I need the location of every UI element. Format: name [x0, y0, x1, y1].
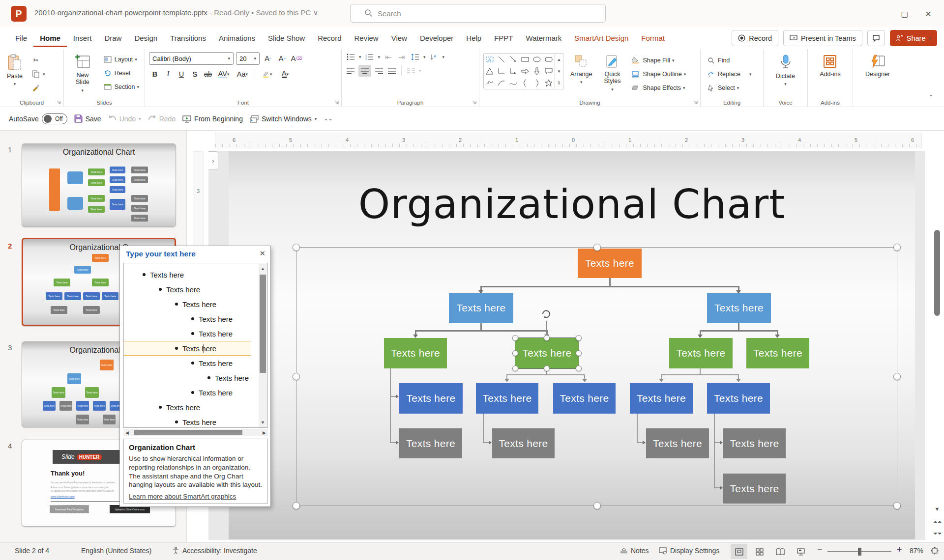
italic-button[interactable]: I	[162, 68, 174, 80]
notes-button[interactable]: Notes	[620, 547, 649, 555]
text-pane-toggle[interactable]: ›	[208, 151, 218, 170]
collapse-ribbon-icon[interactable]: ⌄	[929, 91, 933, 98]
shape-handle-bottom-left[interactable]	[512, 365, 518, 371]
tab-design[interactable]: Design	[128, 29, 164, 47]
from-beginning-button[interactable]: From Beginning	[182, 115, 243, 123]
org-node-l4-4[interactable]: Texts here	[630, 383, 693, 414]
font-color-button[interactable]: A▾	[277, 68, 294, 80]
frame-handle-top-right[interactable]	[893, 244, 901, 251]
save-button[interactable]: Save	[74, 114, 101, 123]
tab-developer[interactable]: Developer	[413, 29, 460, 47]
grow-font-button[interactable]: A^	[262, 53, 274, 65]
scrollbar-thumb[interactable]	[934, 230, 940, 316]
scroll-down-icon[interactable]: ▼	[933, 506, 941, 512]
slide-sorter-view-button[interactable]	[751, 544, 768, 559]
strikethrough-button[interactable]: ab	[202, 68, 214, 80]
shape-handle-top-right[interactable]	[576, 335, 582, 341]
org-node-l5-4[interactable]: Texts here	[723, 428, 786, 458]
designer-button[interactable]: Designer	[862, 52, 893, 80]
next-slide-icon[interactable]: ⏷⏷	[933, 531, 941, 537]
gallery-down-icon[interactable]: ▼	[555, 65, 563, 77]
shape-gallery[interactable]: A	[483, 53, 555, 89]
org-node-l3-3[interactable]: Texts here	[669, 338, 733, 368]
shape-handle-top-center[interactable]	[544, 335, 550, 341]
org-node-l2-left[interactable]: Texts here	[449, 293, 513, 323]
paragraph-dialog-launcher[interactable]: ⇲	[472, 100, 476, 105]
slide-1-thumbnail[interactable]: Organizational Chart Texts here Texts he…	[22, 143, 176, 227]
text-pane-close-icon[interactable]: ✕	[259, 249, 266, 258]
tab-format[interactable]: Format	[635, 29, 671, 47]
bold-button[interactable]: B	[149, 68, 161, 80]
org-node-l6-1[interactable]: Texts here	[723, 474, 786, 504]
cut-button[interactable]: ✂	[30, 54, 47, 66]
format-painter-button[interactable]	[30, 82, 47, 94]
highlight-color-button[interactable]: ▾	[259, 68, 275, 80]
tab-file[interactable]: File	[9, 29, 33, 47]
powerpoint-logo-icon[interactable]: P	[11, 6, 27, 22]
zoom-out-button[interactable]: −	[817, 545, 823, 555]
increase-indent-icon[interactable]: ⇥	[397, 52, 407, 62]
line-spacing-icon[interactable]	[410, 52, 420, 62]
accessibility-status[interactable]: Accessibility: Investigate	[172, 547, 257, 555]
character-spacing-button[interactable]: AV▾	[215, 68, 232, 80]
columns-icon[interactable]	[406, 66, 416, 76]
undo-button[interactable]: Undo▾	[108, 115, 141, 123]
decrease-indent-icon[interactable]: ⇤	[384, 52, 393, 62]
gallery-up-icon[interactable]: ▲	[555, 54, 563, 65]
replace-button[interactable]: bcReplace▾	[705, 68, 753, 80]
tab-review[interactable]: Review	[348, 29, 385, 47]
addins-button[interactable]: Add-ins	[817, 52, 843, 80]
font-dialog-launcher[interactable]: ⇲	[335, 100, 339, 105]
zoom-level[interactable]: 87%	[910, 547, 923, 555]
shape-handle-mid-left[interactable]	[512, 350, 518, 356]
present-in-teams-button[interactable]: Present in Teams	[783, 30, 862, 46]
text-pane-selected-row[interactable]: Texts here	[124, 341, 251, 356]
org-node-l3-2-selected[interactable]: Texts here	[515, 338, 579, 368]
org-node-root[interactable]: Texts here	[578, 249, 642, 278]
change-case-button[interactable]: Aa▾	[234, 68, 251, 80]
align-right-icon[interactable]	[374, 66, 384, 76]
org-node-l2-right[interactable]: Texts here	[707, 293, 771, 323]
text-direction-icon[interactable]: A	[429, 52, 439, 62]
record-button[interactable]: Record	[732, 30, 778, 46]
shape-handle-mid-right[interactable]	[576, 350, 582, 356]
shape-outline-button[interactable]: Shape Outline▾	[629, 68, 687, 80]
drawing-dialog-launcher[interactable]: ⇲	[694, 100, 698, 105]
reset-button[interactable]: Reset	[101, 67, 141, 79]
slide-2-editing-surface[interactable]: Organizational Chart	[229, 151, 915, 539]
section-button[interactable]: Section▾	[101, 81, 141, 93]
clear-formatting-button[interactable]: A⌫	[291, 53, 302, 65]
tab-record[interactable]: Record	[311, 29, 348, 47]
comments-button[interactable]	[867, 30, 885, 46]
shape-fill-button[interactable]: Shape Fill▾	[629, 54, 687, 66]
org-node-l4-5[interactable]: Texts here	[707, 383, 770, 414]
redo-button[interactable]: Redo	[148, 115, 176, 123]
shadow-button[interactable]: S	[189, 68, 201, 80]
previous-slide-icon[interactable]: ⏶⏶	[933, 519, 941, 525]
shape-handle-bottom-right[interactable]	[576, 365, 582, 371]
slideshow-view-button[interactable]	[793, 544, 809, 559]
zoom-slider-thumb[interactable]	[858, 548, 861, 556]
shrink-font-button[interactable]: A˅	[276, 53, 288, 65]
frame-handle-top-center[interactable]	[593, 244, 601, 251]
close-window-icon[interactable]: ✕	[921, 7, 935, 21]
underline-button[interactable]: U	[176, 68, 187, 80]
paste-button[interactable]: Paste▾	[4, 52, 26, 89]
align-left-icon[interactable]	[346, 66, 355, 76]
horizontal-ruler[interactable]: 65 43 21 01 23 45 6	[215, 133, 922, 148]
org-node-l3-1[interactable]: Texts here	[384, 338, 447, 368]
font-name-combo[interactable]: Calibri (Body)▾	[149, 52, 234, 65]
org-node-l3-4[interactable]: Texts here	[746, 338, 809, 368]
quick-styles-button[interactable]: Quick Styles▾	[599, 52, 625, 94]
dictate-button[interactable]: Dictate▾	[773, 52, 798, 89]
shape-effects-button[interactable]: Shape Effects▾	[629, 82, 687, 94]
fit-to-window-button[interactable]	[931, 547, 939, 555]
clipboard-dialog-launcher[interactable]: ⇲	[57, 100, 61, 105]
org-node-l4-2[interactable]: Texts here	[476, 383, 538, 414]
tab-animations[interactable]: Animations	[212, 29, 262, 47]
text-pane-outline[interactable]: Texts here Texts here Texts here Texts h…	[123, 263, 268, 428]
language-status[interactable]: English (United States)	[81, 547, 151, 555]
frame-handle-top-left[interactable]	[293, 244, 300, 251]
new-slide-button[interactable]: New Slide▾	[68, 52, 97, 95]
org-node-l4-3[interactable]: Texts here	[553, 383, 616, 414]
